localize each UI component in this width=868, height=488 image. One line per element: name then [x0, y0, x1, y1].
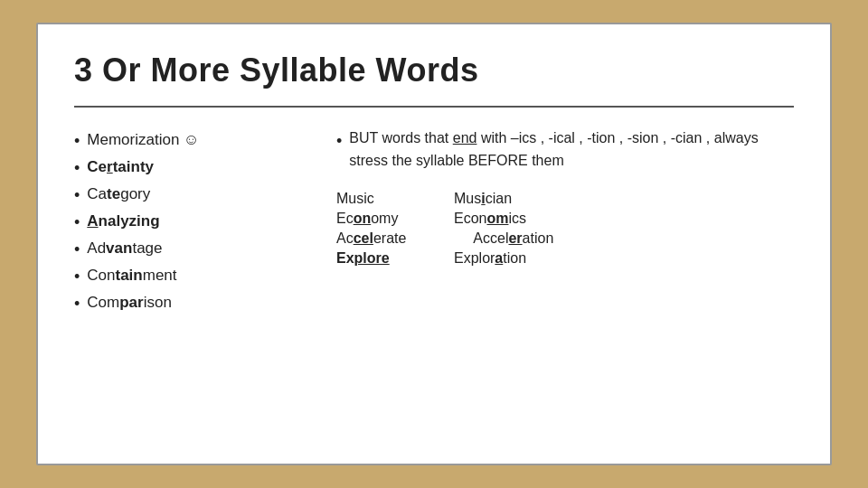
bullet-list: Memorization ☺︎ Certainty Category Analy… — [74, 127, 309, 317]
list-item: Advantage — [74, 236, 309, 263]
list-item-text: Advantage — [87, 239, 162, 258]
list-item-text: Analyzing — [87, 212, 159, 230]
word-table: Music Musician Economy Economics Acceler… — [336, 191, 794, 267]
divider — [74, 106, 794, 108]
list-item-text: Containment — [87, 267, 176, 285]
but-box: BUT words that end with –ics , -ical , -… — [336, 127, 794, 173]
list-item: Analyzing — [74, 209, 309, 236]
list-item: Memorization ☺︎ — [74, 127, 309, 155]
left-column: Memorization ☺︎ Certainty Category Analy… — [74, 127, 309, 436]
word-acceleration-right: Acceleration — [454, 230, 794, 247]
list-item: Certainty — [74, 155, 309, 182]
underline-end: end — [453, 130, 477, 145]
list-item-text: Comparison — [87, 294, 172, 312]
list-item: Comparison — [74, 290, 309, 317]
list-item-text: Category — [87, 185, 150, 203]
word-economy-left: Economy — [336, 211, 454, 227]
but-text: BUT words that end with –ics , -ical , -… — [349, 127, 794, 173]
word-explore-left: Explore — [336, 250, 454, 267]
word-accelerate-left: Accelerate — [336, 230, 454, 247]
word-music-left: Music — [336, 191, 454, 207]
right-column: BUT words that end with –ics , -ical , -… — [336, 127, 794, 436]
list-item-text: Certainty — [87, 158, 154, 176]
word-exploration-right: Exploration — [454, 250, 794, 267]
slide-title: 3 Or More Syllable Words — [74, 52, 794, 89]
content-area: Memorization ☺︎ Certainty Category Analy… — [74, 127, 794, 436]
slide-container: 3 Or More Syllable Words Memorization ☺︎… — [36, 23, 832, 465]
list-item: Category — [74, 182, 309, 209]
list-item-text: Memorization ☺︎ — [87, 131, 199, 149]
word-musician-right: Musician — [454, 191, 794, 207]
word-economics-right: Economics — [454, 211, 794, 227]
list-item: Containment — [74, 263, 309, 290]
